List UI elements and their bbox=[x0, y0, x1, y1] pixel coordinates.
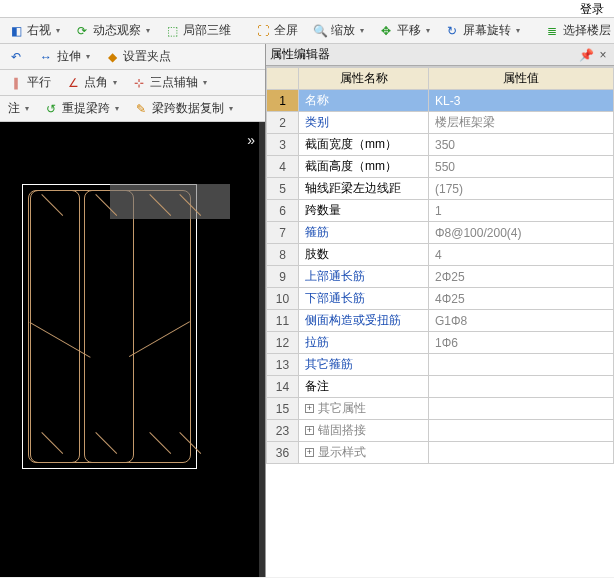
prop-value-cell[interactable]: 4Φ25 bbox=[429, 288, 614, 310]
prop-name-cell[interactable]: 轴线距梁左边线距 bbox=[299, 178, 429, 200]
property-table: 属性名称 属性值 1名称KL-32类别楼层框架梁3截面宽度（mm）3504截面高… bbox=[266, 66, 614, 577]
table-row[interactable]: 11侧面构造或受扭筋G1Φ8 bbox=[267, 310, 614, 332]
prop-name-cell[interactable]: 截面高度（mm） bbox=[299, 156, 429, 178]
table-row[interactable]: 15+其它属性 bbox=[267, 398, 614, 420]
row-number: 36 bbox=[267, 442, 299, 464]
expand-icon[interactable]: + bbox=[305, 426, 314, 435]
parallel-button[interactable]: ∥ 平行 bbox=[4, 73, 55, 92]
point-angle-button[interactable]: ∠ 点角 ▾ bbox=[61, 73, 121, 92]
table-row[interactable]: 36+显示样式 bbox=[267, 442, 614, 464]
prop-value-cell[interactable]: 1Φ6 bbox=[429, 332, 614, 354]
table-row[interactable]: 12拉筋1Φ6 bbox=[267, 332, 614, 354]
right-view-button[interactable]: ◧ 右视 ▾ bbox=[4, 21, 64, 40]
login-link[interactable]: 登录 bbox=[0, 0, 614, 18]
prop-value-cell[interactable]: KL-3 bbox=[429, 90, 614, 112]
table-row[interactable]: 1名称KL-3 bbox=[267, 90, 614, 112]
expand-icon[interactable]: + bbox=[305, 404, 314, 413]
prop-name-cell[interactable]: 肢数 bbox=[299, 244, 429, 266]
table-row[interactable]: 10下部通长筋4Φ25 bbox=[267, 288, 614, 310]
prop-name-cell[interactable]: +显示样式 bbox=[299, 442, 429, 464]
prev-button[interactable]: ↶ bbox=[4, 48, 28, 66]
prop-value-cell[interactable] bbox=[429, 354, 614, 376]
note-button[interactable]: 注▾ bbox=[4, 99, 33, 118]
parallel-icon: ∥ bbox=[8, 75, 24, 91]
table-row[interactable]: 14备注 bbox=[267, 376, 614, 398]
prop-name-cell[interactable]: 其它箍筋 bbox=[299, 354, 429, 376]
prop-name-cell[interactable]: 名称 bbox=[299, 90, 429, 112]
prop-value-cell[interactable]: G1Φ8 bbox=[429, 310, 614, 332]
prop-name-cell[interactable]: +锚固搭接 bbox=[299, 420, 429, 442]
prop-value-cell[interactable] bbox=[429, 398, 614, 420]
copy-icon: ✎ bbox=[133, 101, 149, 117]
fullscreen-button[interactable]: ⛶ 全屏 bbox=[251, 21, 302, 40]
col-header-value[interactable]: 属性值 bbox=[429, 68, 614, 90]
drawing-canvas[interactable]: » bbox=[0, 122, 265, 577]
table-row[interactable]: 4截面高度（mm）550 bbox=[267, 156, 614, 178]
table-row[interactable]: 8肢数4 bbox=[267, 244, 614, 266]
select-floor-button[interactable]: ≣ 选择楼层 bbox=[540, 21, 614, 40]
row-number: 9 bbox=[267, 266, 299, 288]
grip-icon: ◆ bbox=[104, 49, 120, 65]
table-row[interactable]: 23+锚固搭接 bbox=[267, 420, 614, 442]
prop-name-cell[interactable]: 拉筋 bbox=[299, 332, 429, 354]
row-number: 15 bbox=[267, 398, 299, 420]
prop-value-cell[interactable]: 2Φ25 bbox=[429, 266, 614, 288]
prop-name-cell[interactable]: 下部通长筋 bbox=[299, 288, 429, 310]
prop-value-cell[interactable]: 550 bbox=[429, 156, 614, 178]
set-grip-button[interactable]: ◆ 设置夹点 bbox=[100, 47, 175, 66]
stretch-button[interactable]: ↔ 拉伸 ▾ bbox=[34, 47, 94, 66]
pan-icon: ✥ bbox=[378, 23, 394, 39]
copy-span-data-label: 梁跨数据复制 bbox=[152, 100, 224, 117]
prop-value-cell[interactable]: 楼层框架梁 bbox=[429, 112, 614, 134]
prop-name-cell[interactable]: 跨数量 bbox=[299, 200, 429, 222]
prop-value-cell[interactable] bbox=[429, 376, 614, 398]
prop-value-cell[interactable] bbox=[429, 420, 614, 442]
table-row[interactable]: 9上部通长筋2Φ25 bbox=[267, 266, 614, 288]
reset-span-button[interactable]: ↺ 重提梁跨 ▾ bbox=[39, 99, 123, 118]
dynamic-observe-button[interactable]: ⟳ 动态观察 ▾ bbox=[70, 21, 154, 40]
prop-value-cell[interactable] bbox=[429, 442, 614, 464]
prop-name-cell[interactable]: 箍筋 bbox=[299, 222, 429, 244]
table-row[interactable]: 2类别楼层框架梁 bbox=[267, 112, 614, 134]
screen-rotate-button[interactable]: ↻ 屏幕旋转 ▾ bbox=[440, 21, 524, 40]
prop-value-cell[interactable]: Φ8@100/200(4) bbox=[429, 222, 614, 244]
row-number: 10 bbox=[267, 288, 299, 310]
row-number: 1 bbox=[267, 90, 299, 112]
zoom-button[interactable]: 🔍 缩放 ▾ bbox=[308, 21, 368, 40]
prop-value-cell[interactable]: 4 bbox=[429, 244, 614, 266]
table-row[interactable]: 3截面宽度（mm）350 bbox=[267, 134, 614, 156]
table-row[interactable]: 7箍筋Φ8@100/200(4) bbox=[267, 222, 614, 244]
close-icon[interactable]: × bbox=[596, 48, 610, 62]
right-view-label: 右视 bbox=[27, 22, 51, 39]
row-number: 6 bbox=[267, 200, 299, 222]
local-3d-button[interactable]: ⬚ 局部三维 bbox=[160, 21, 235, 40]
prop-value-cell[interactable]: 1 bbox=[429, 200, 614, 222]
three-point-aux-button[interactable]: ⊹ 三点辅轴 ▾ bbox=[127, 73, 211, 92]
canvas-scrollbar[interactable] bbox=[259, 122, 265, 577]
set-grip-label: 设置夹点 bbox=[123, 48, 171, 65]
fullscreen-label: 全屏 bbox=[274, 22, 298, 39]
row-number: 4 bbox=[267, 156, 299, 178]
table-row[interactable]: 6跨数量1 bbox=[267, 200, 614, 222]
prop-value-cell[interactable]: 350 bbox=[429, 134, 614, 156]
prop-name-cell[interactable]: 类别 bbox=[299, 112, 429, 134]
prop-name-cell[interactable]: 上部通长筋 bbox=[299, 266, 429, 288]
copy-span-data-button[interactable]: ✎ 梁跨数据复制 ▾ bbox=[129, 99, 237, 118]
three-point-aux-label: 三点辅轴 bbox=[150, 74, 198, 91]
prop-name-cell[interactable]: 备注 bbox=[299, 376, 429, 398]
table-row[interactable]: 13其它箍筋 bbox=[267, 354, 614, 376]
prop-name-cell[interactable]: 截面宽度（mm） bbox=[299, 134, 429, 156]
toolbar-fourth: 注▾ ↺ 重提梁跨 ▾ ✎ 梁跨数据复制 ▾ bbox=[0, 96, 265, 122]
collapse-arrow-icon[interactable]: » bbox=[247, 132, 255, 148]
prop-value-cell[interactable]: (175) bbox=[429, 178, 614, 200]
col-header-name[interactable]: 属性名称 bbox=[299, 68, 429, 90]
table-row[interactable]: 5轴线距梁左边线距(175) bbox=[267, 178, 614, 200]
expand-icon[interactable]: + bbox=[305, 448, 314, 457]
pan-button[interactable]: ✥ 平移 ▾ bbox=[374, 21, 434, 40]
prop-name-cell[interactable]: +其它属性 bbox=[299, 398, 429, 420]
property-editor-header: 属性编辑器 📌 × bbox=[266, 44, 614, 66]
pan-label: 平移 bbox=[397, 22, 421, 39]
prop-name-cell[interactable]: 侧面构造或受扭筋 bbox=[299, 310, 429, 332]
row-number: 2 bbox=[267, 112, 299, 134]
pin-icon[interactable]: 📌 bbox=[579, 48, 593, 62]
